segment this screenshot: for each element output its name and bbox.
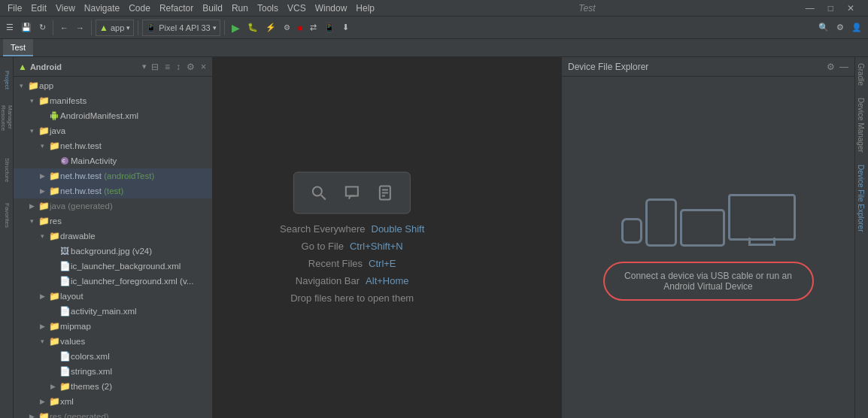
tree-item[interactable]: 📄strings.xml (14, 364, 212, 379)
chat-icon-btn[interactable] (339, 180, 365, 206)
sidebar-tab-structure[interactable]: Structure (0, 147, 14, 192)
sidebar-tab-device-manager[interactable]: Device Manager (855, 92, 868, 159)
sdk-btn[interactable]: ⬇ (339, 19, 352, 37)
file-label: net.hw.test (androidTest) (60, 171, 154, 180)
tree-toggle[interactable]: ▾ (26, 217, 38, 225)
sync2-btn[interactable]: ⇄ (307, 19, 320, 37)
tree-item[interactable]: ▾📁app (14, 78, 212, 93)
compact-btn[interactable]: ⊟ (150, 60, 160, 74)
tree-item[interactable]: ▶📁res (generated) (14, 409, 212, 418)
help-btn[interactable]: 👤 (848, 19, 865, 37)
search-btn[interactable]: 🔍 (815, 19, 832, 37)
device-settings-icon[interactable]: ⚙ (827, 62, 835, 72)
menu-btn[interactable]: ☰ (3, 19, 17, 37)
menu-window[interactable]: Window (311, 0, 352, 16)
tree-item[interactable]: ▶📁mipmap (14, 319, 212, 334)
tree-toggle[interactable]: ▾ (15, 82, 27, 89)
chevron-down-icon3[interactable]: ▾ (142, 62, 147, 71)
recent-key: Ctrl+E (369, 258, 396, 269)
tree-toggle[interactable]: ▾ (26, 97, 38, 104)
tree-item[interactable]: ▶📁net.hw.test (test) (14, 183, 212, 198)
menu-help[interactable]: Help (351, 0, 379, 16)
debug-btn[interactable]: 🐛 (244, 19, 261, 37)
tree-item[interactable]: ▾📁res (14, 214, 212, 229)
menu-edit[interactable]: Edit (26, 0, 51, 16)
collapse-all-btn[interactable]: ≡ (163, 60, 171, 74)
tree-toggle[interactable]: ▶ (26, 202, 38, 210)
sidebar-tab-gradle[interactable]: Gradle (855, 57, 868, 92)
tree-toggle[interactable]: ▶ (36, 398, 48, 405)
tree-toggle[interactable]: ▶ (36, 172, 48, 180)
app-dropdown[interactable]: ▲ app ▾ (96, 20, 134, 36)
settings-gear-icon[interactable]: ⚙ (185, 60, 196, 74)
sidebar-tab-project[interactable]: Project (0, 57, 14, 102)
sort-btn[interactable]: ↕ (175, 60, 182, 74)
file-icon: 📁 (38, 200, 50, 212)
file-label: net.hw.test (60, 141, 102, 150)
menu-tools[interactable]: Tools (253, 0, 283, 16)
profile-btn[interactable]: ⚙ (281, 19, 293, 37)
run-btn[interactable]: ▶ (229, 19, 243, 37)
menu-run[interactable]: Run (227, 0, 253, 16)
device-dropdown[interactable]: 📱 Pixel 4 API 33 ▾ (142, 20, 220, 36)
menu-refactor[interactable]: Refactor (155, 0, 198, 16)
sidebar-tab-favorites[interactable]: Favorites (0, 192, 14, 238)
tree-toggle[interactable]: ▶ (36, 323, 48, 330)
file-label: mipmap (60, 322, 91, 331)
forward-btn[interactable]: → (73, 19, 87, 37)
tree-item[interactable]: ▶📁themes (2) (14, 379, 212, 394)
stop-btn[interactable]: ■ (295, 19, 306, 37)
close-panel-btn[interactable]: × (199, 60, 208, 74)
tab-bar: Test (0, 39, 868, 57)
tree-item[interactable]: ▶📁layout (14, 289, 212, 304)
tree-item[interactable]: CMainActivity (14, 153, 212, 168)
menu-vcs[interactable]: VCS (283, 0, 311, 16)
device-minimize-icon[interactable]: — (839, 62, 848, 72)
tab-test[interactable]: Test (3, 39, 33, 56)
minimize-btn[interactable]: — (800, 0, 821, 16)
tree-item[interactable]: ▾📁net.hw.test (14, 138, 212, 153)
tree-toggle[interactable]: ▶ (47, 383, 59, 390)
sidebar-tab-resource[interactable]: Resource Manager (0, 102, 14, 147)
tree-item[interactable]: ▾📁java (14, 123, 212, 138)
tree-item[interactable]: ▶📁java (generated) (14, 198, 212, 214)
tree-item[interactable]: ▶📁xml (14, 394, 212, 409)
tree-item[interactable]: 🖼background.jpg (v24) (14, 244, 212, 259)
app-icon: ▲ (99, 23, 108, 33)
document-icon-btn[interactable] (372, 180, 398, 206)
tree-item[interactable]: ▾📁manifests (14, 93, 212, 108)
file-label: app (39, 81, 53, 90)
tree-item[interactable]: ▶📁net.hw.test (androidTest) (14, 168, 212, 183)
tree-item[interactable]: 📄colors.xml (14, 349, 212, 364)
tree-toggle[interactable]: ▶ (36, 292, 48, 300)
save-btn[interactable]: 💾 (18, 19, 35, 37)
menu-navigate[interactable]: Navigate (80, 0, 124, 16)
tree-toggle[interactable]: ▶ (26, 413, 38, 418)
sync-btn[interactable]: ↻ (36, 19, 49, 37)
back-btn[interactable]: ← (57, 19, 71, 37)
settings-btn[interactable]: ⚙ (833, 19, 847, 37)
menu-view[interactable]: View (51, 0, 80, 16)
sidebar-tab-device-file-explorer[interactable]: Device File Explorer (855, 159, 868, 238)
tree-item[interactable]: AndroidManifest.xml (14, 108, 212, 123)
tree-item[interactable]: 📄ic_launcher_background.xml (14, 259, 212, 274)
tree-toggle[interactable]: ▾ (26, 127, 38, 135)
tree-item[interactable]: 📄ic_launcher_foreground.xml (v... (14, 274, 212, 289)
tree-toggle[interactable]: ▾ (36, 142, 48, 150)
menu-code[interactable]: Code (124, 0, 155, 16)
file-icon: 📄 (59, 365, 71, 377)
tree-item[interactable]: ▾📁values (14, 334, 212, 349)
search-everywhere-icon-btn[interactable] (306, 180, 332, 206)
tree-item[interactable]: ▾📁drawable (14, 229, 212, 244)
maximize-btn[interactable]: □ (822, 0, 839, 16)
avd-btn[interactable]: 📱 (321, 19, 338, 37)
close-btn[interactable]: ✕ (841, 0, 860, 16)
tree-item[interactable]: 📄activity_main.xml (14, 304, 212, 319)
menu-build[interactable]: Build (198, 0, 227, 16)
menu-file[interactable]: File (3, 0, 26, 16)
tree-toggle[interactable]: ▾ (36, 232, 48, 240)
tree-toggle[interactable]: ▾ (36, 338, 48, 345)
file-label: activity_main.xml (71, 307, 137, 316)
attach-btn[interactable]: ⚡ (263, 19, 279, 37)
tree-toggle[interactable]: ▶ (36, 187, 48, 195)
